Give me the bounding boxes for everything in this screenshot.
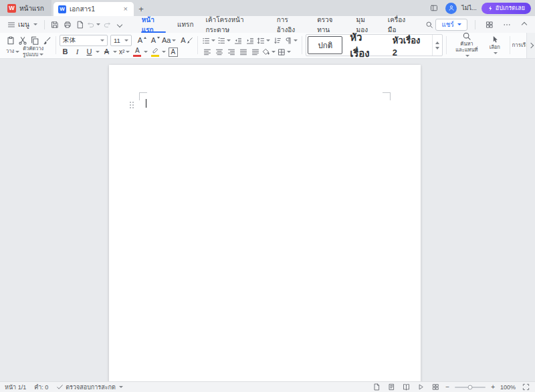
- redo-button[interactable]: [100, 18, 113, 31]
- tab-home[interactable]: W หน้าแรก: [0, 0, 51, 16]
- paste-icon[interactable]: [5, 35, 16, 46]
- save-button[interactable]: [48, 18, 61, 31]
- tab-document[interactable]: W เอกสาร1 ×: [54, 2, 134, 16]
- cut-icon[interactable]: [17, 35, 28, 46]
- read-mode-icon[interactable]: [401, 383, 411, 392]
- upgrade-button[interactable]: อัปเกรดเลย: [481, 3, 531, 14]
- style-heading2[interactable]: หัวเรื่อง 2: [387, 35, 432, 56]
- bullet-list-button[interactable]: [201, 35, 216, 46]
- avatar[interactable]: [445, 3, 457, 14]
- styles-scroll: [432, 35, 442, 56]
- highlight-button[interactable]: [149, 46, 167, 58]
- font-size-select[interactable]: 11: [110, 35, 132, 46]
- underline-button[interactable]: U: [84, 46, 100, 58]
- page-view-icon[interactable]: [387, 383, 396, 392]
- format-painter-icon[interactable]: [41, 35, 52, 46]
- align-right-button[interactable]: [225, 46, 237, 58]
- find-label-2: และแทนที่: [455, 47, 477, 53]
- bold-button[interactable]: B: [60, 46, 71, 58]
- more-commands-icon[interactable]: [113, 18, 126, 31]
- page-indicator[interactable]: หน้า 1/1: [5, 383, 26, 392]
- clipboard-group: วาง ตัวคัดวาง รูปแบบ: [3, 34, 54, 56]
- tab-page-layout[interactable]: เค้าโครงหน้ากระดาษ: [199, 16, 270, 33]
- tab-home-ribbon[interactable]: หน้าแรก: [136, 16, 171, 33]
- find-replace-button[interactable]: ค้นหา และแทนที่: [450, 33, 484, 59]
- font-name-select[interactable]: 宋体: [60, 35, 108, 46]
- document-page[interactable]: [109, 65, 421, 381]
- format-painter-button[interactable]: ตัวคัดวาง รูปแบบ: [21, 46, 45, 58]
- zoom-out-button[interactable]: −: [445, 384, 449, 391]
- more-options-icon[interactable]: [500, 18, 514, 31]
- collapse-ribbon-icon[interactable]: [518, 18, 531, 31]
- styles-scroll-up-icon[interactable]: [435, 41, 439, 44]
- chevron-down-icon: [113, 51, 117, 53]
- tab-review[interactable]: ตรวจทาน: [311, 16, 350, 33]
- divider: [56, 36, 56, 54]
- zoom-slider-knob[interactable]: [468, 385, 473, 389]
- titlebar-right: ไม่ไ... อัปเกรดเลย: [427, 0, 531, 16]
- sort-button[interactable]: [272, 35, 283, 46]
- decrease-indent-button[interactable]: [232, 35, 243, 46]
- presentation-mode-icon[interactable]: [416, 383, 425, 392]
- menu-button[interactable]: เมนู: [4, 18, 41, 31]
- line-spacing-button[interactable]: [256, 35, 271, 46]
- word-count[interactable]: คำ: 0: [34, 383, 48, 392]
- change-case-button[interactable]: Aa: [161, 35, 177, 46]
- web-layout-view-icon[interactable]: [431, 383, 440, 392]
- numbered-list-button[interactable]: [217, 35, 231, 46]
- divider: [475, 20, 475, 29]
- zoom-slider[interactable]: [455, 387, 486, 388]
- panel-toggle-icon[interactable]: [427, 2, 441, 15]
- strikethrough-button[interactable]: A: [101, 46, 118, 58]
- spellcheck-button[interactable]: ตรวจสอบการสะกด: [56, 383, 123, 392]
- tab-view[interactable]: มุมมอง: [350, 16, 382, 33]
- ribbon: วาง ตัวคัดวาง รูปแบบ 宋体 11 A A Aa A B: [0, 33, 526, 59]
- justify-button[interactable]: [237, 46, 249, 58]
- fullscreen-icon[interactable]: [521, 383, 530, 392]
- font-color-button[interactable]: A: [131, 46, 148, 58]
- print-button[interactable]: [61, 18, 74, 31]
- increase-indent-button[interactable]: [244, 35, 255, 46]
- share-button[interactable]: แชร์: [435, 19, 467, 31]
- select-button[interactable]: เลือก: [484, 35, 506, 56]
- divider: [44, 20, 45, 29]
- menubar-right: แชร์: [435, 18, 531, 31]
- styles-scroll-down-icon[interactable]: [435, 47, 439, 50]
- zoom-level[interactable]: 100%: [500, 384, 516, 391]
- style-heading1[interactable]: หัวเรื่อง: [344, 35, 387, 56]
- ribbon-tabs: หน้าแรก แทรก เค้าโครงหน้ากระดาษ การอ้างอ…: [136, 16, 419, 33]
- align-left-button[interactable]: [201, 46, 213, 58]
- paste-label: วาง: [6, 48, 14, 54]
- user-name[interactable]: ไม่ไ...: [461, 3, 477, 13]
- tab-insert[interactable]: แทรก: [171, 16, 199, 33]
- export-pdf-button[interactable]: [74, 18, 87, 31]
- close-tab-icon[interactable]: ×: [122, 5, 128, 13]
- search-icon[interactable]: [423, 18, 435, 31]
- print-layout-view-icon[interactable]: [372, 383, 381, 392]
- tab-references[interactable]: การอ้างอิง: [271, 16, 311, 33]
- ribbon-expand-strip[interactable]: [526, 33, 535, 59]
- grow-font-button[interactable]: A: [134, 35, 147, 46]
- style-normal[interactable]: ปกติ: [308, 36, 342, 54]
- zoom-in-button[interactable]: +: [491, 384, 495, 391]
- layout-options-icon[interactable]: [483, 18, 496, 31]
- superscript-button[interactable]: x²: [118, 46, 130, 58]
- copy-icon[interactable]: [29, 35, 40, 46]
- italic-button[interactable]: I: [72, 46, 83, 58]
- align-center-button[interactable]: [213, 46, 225, 58]
- distributed-button[interactable]: [249, 46, 261, 58]
- spellcheck-label: ตรวจสอบการสะกด: [66, 383, 116, 392]
- tab-tools[interactable]: เครื่องมือ: [382, 16, 419, 33]
- shrink-font-button[interactable]: A: [148, 35, 160, 46]
- clear-format-button[interactable]: A: [177, 35, 194, 46]
- show-marks-button[interactable]: [284, 35, 298, 46]
- paste-button[interactable]: วาง: [5, 49, 21, 55]
- shading-button[interactable]: [261, 46, 276, 58]
- tab-home-label: หน้าแรก: [19, 3, 44, 13]
- character-border-button[interactable]: A: [167, 46, 179, 58]
- paragraph-drag-handle[interactable]: [130, 102, 134, 109]
- magnifier-icon: [462, 33, 471, 41]
- borders-button[interactable]: [277, 46, 292, 58]
- undo-button[interactable]: [87, 18, 100, 31]
- font-name-value: 宋体: [63, 36, 76, 45]
